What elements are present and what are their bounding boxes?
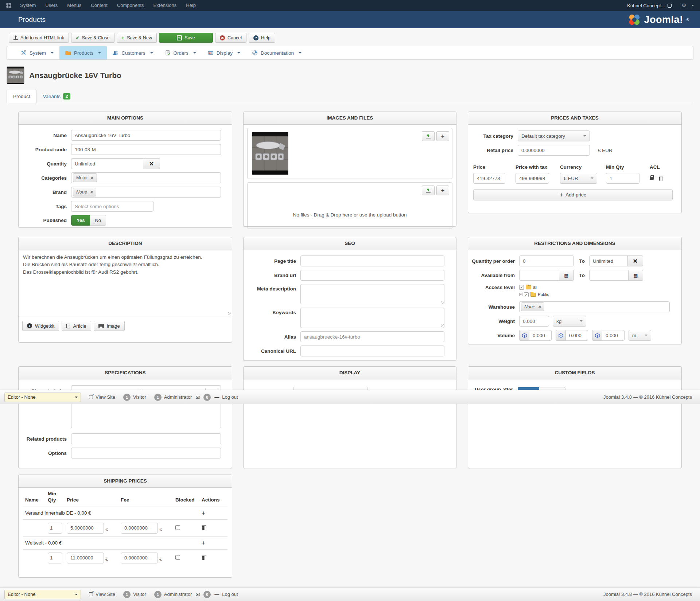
- site-preview-link[interactable]: Kühnel Concept...: [627, 3, 674, 8]
- delete-rate-icon[interactable]: [202, 555, 206, 560]
- add-to-cart-html-button[interactable]: Add to cart HTML link: [9, 33, 69, 43]
- volume-width-input[interactable]: [565, 330, 588, 341]
- files-dropzone[interactable]: + No files - Drag & Drop here or use the…: [247, 182, 452, 229]
- warehouse-chip[interactable]: None✕: [521, 303, 544, 311]
- weight-unit-select[interactable]: kg: [553, 316, 586, 327]
- logout-link[interactable]: Log out: [222, 592, 238, 597]
- brand-url-input[interactable]: [300, 270, 444, 281]
- menu-system[interactable]: System: [15, 46, 59, 59]
- save-new-button[interactable]: +Save & New: [117, 33, 157, 43]
- qty-per-order-to-input[interactable]: [589, 255, 628, 266]
- brand-field[interactable]: None✕: [71, 187, 221, 198]
- calendar-icon[interactable]: ▦: [559, 270, 574, 281]
- messages-icon[interactable]: ✉: [195, 394, 200, 400]
- menu-products[interactable]: Products: [59, 46, 107, 59]
- keywords-textarea[interactable]: [300, 308, 444, 328]
- expand-icon[interactable]: +: [519, 293, 522, 296]
- qty-to-clear-button[interactable]: ✕: [628, 255, 643, 266]
- shipping-price-input[interactable]: [67, 553, 104, 563]
- retail-price-input[interactable]: [518, 145, 590, 156]
- add-file-button[interactable]: +: [436, 186, 449, 195]
- topnav-item-system[interactable]: System: [15, 0, 40, 11]
- options-input[interactable]: [71, 448, 221, 458]
- price-input[interactable]: [473, 173, 505, 184]
- topnav-item-extensions[interactable]: Extensions: [149, 0, 182, 11]
- save-close-button[interactable]: ✔Save & Close: [71, 33, 114, 43]
- user-menu-caret-icon[interactable]: [691, 5, 694, 6]
- description-editor[interactable]: Wir berechnen die Ansaugbrücken um einen…: [19, 250, 232, 316]
- category-chip[interactable]: Motor✕: [73, 173, 97, 182]
- related-products-input[interactable]: [71, 433, 221, 444]
- canonical-url-input[interactable]: [300, 346, 444, 356]
- editor-select[interactable]: Editor - None: [4, 393, 81, 402]
- quantity-clear-button[interactable]: ✕: [143, 158, 160, 169]
- available-from-input[interactable]: [519, 270, 559, 281]
- quantity-input[interactable]: [71, 158, 143, 169]
- shipping-min-qty-input[interactable]: [48, 523, 62, 534]
- published-yes-button[interactable]: Yes: [71, 215, 90, 226]
- topnav-item-help[interactable]: Help: [181, 0, 201, 11]
- menu-orders[interactable]: Orders: [159, 46, 202, 59]
- blocked-checkbox[interactable]: [175, 555, 180, 560]
- available-to-input[interactable]: [589, 270, 629, 281]
- upload-image-button[interactable]: [422, 131, 435, 141]
- remove-chip-icon[interactable]: ✕: [90, 176, 94, 180]
- product-image-thumbnail[interactable]: [252, 132, 288, 175]
- gear-icon[interactable]: ⚙: [682, 2, 687, 9]
- topnav-item-users[interactable]: Users: [40, 0, 62, 11]
- images-dropzone[interactable]: +: [247, 128, 452, 179]
- upload-file-button[interactable]: [422, 186, 435, 195]
- delete-rate-icon[interactable]: [202, 525, 206, 530]
- currency-select[interactable]: € EUR: [560, 173, 597, 184]
- view-site-link[interactable]: View Site: [89, 394, 115, 400]
- tags-input[interactable]: [71, 201, 153, 212]
- warehouse-field[interactable]: None✕: [519, 301, 670, 312]
- save-button[interactable]: ✎Save: [159, 33, 213, 43]
- help-button[interactable]: ?Help: [249, 33, 275, 43]
- product-code-input[interactable]: [71, 144, 221, 155]
- page-title-input[interactable]: [300, 255, 444, 266]
- calendar-icon[interactable]: ▦: [629, 270, 643, 281]
- add-price-button[interactable]: +Add price: [473, 189, 673, 200]
- tree-node-all[interactable]: ✓all: [519, 284, 549, 291]
- volume-length-input[interactable]: [529, 330, 552, 341]
- messages-icon[interactable]: ✉: [195, 592, 200, 597]
- editor-select[interactable]: Editor - None: [4, 590, 81, 599]
- topnav-item-components[interactable]: Components: [112, 0, 149, 11]
- remove-chip-icon[interactable]: ✕: [90, 190, 93, 195]
- checkbox-checked-icon[interactable]: ✓: [519, 285, 524, 290]
- add-image-button[interactable]: +: [436, 131, 449, 141]
- alias-input[interactable]: [300, 331, 444, 342]
- meta-description-textarea[interactable]: [300, 284, 444, 304]
- shipping-min-qty-input[interactable]: [48, 553, 62, 563]
- add-shipping-rate-button[interactable]: +: [202, 540, 205, 546]
- min-qty-input[interactable]: [606, 173, 639, 184]
- price-with-tax-input[interactable]: [516, 173, 549, 184]
- lock-icon[interactable]: [650, 177, 654, 180]
- volume-unit-select[interactable]: m: [629, 330, 651, 341]
- published-no-button[interactable]: No: [90, 215, 106, 226]
- image-button[interactable]: Image: [94, 321, 125, 331]
- tab-variants[interactable]: Variants2: [37, 90, 77, 103]
- product-name-input[interactable]: [71, 130, 221, 141]
- weight-input[interactable]: [519, 316, 549, 327]
- add-shipping-rate-button[interactable]: +: [202, 510, 205, 516]
- shipping-price-input[interactable]: [67, 523, 104, 534]
- checkbox-checked-icon[interactable]: ✓: [524, 292, 529, 297]
- brand-chip[interactable]: None✕: [73, 188, 96, 196]
- menu-customers[interactable]: Customers: [107, 46, 159, 59]
- topnav-item-menus[interactable]: Menus: [62, 0, 86, 11]
- qty-per-order-from-input[interactable]: [519, 255, 574, 266]
- shipping-fee-input[interactable]: [121, 553, 158, 563]
- shipping-fee-input[interactable]: [121, 523, 158, 534]
- tax-category-select[interactable]: Default tax category: [518, 130, 590, 141]
- widgetkit-button[interactable]: +Widgetkit: [22, 321, 59, 331]
- tree-node-public[interactable]: +✓Public: [519, 291, 549, 298]
- cancel-button[interactable]: ✖Cancel: [215, 33, 246, 43]
- blocked-checkbox[interactable]: [175, 525, 180, 530]
- remove-chip-icon[interactable]: ✕: [538, 305, 541, 309]
- article-button[interactable]: Article: [62, 321, 91, 331]
- categories-field[interactable]: Motor✕: [71, 172, 221, 183]
- tab-product[interactable]: Product: [7, 90, 37, 103]
- volume-height-input[interactable]: [602, 330, 625, 341]
